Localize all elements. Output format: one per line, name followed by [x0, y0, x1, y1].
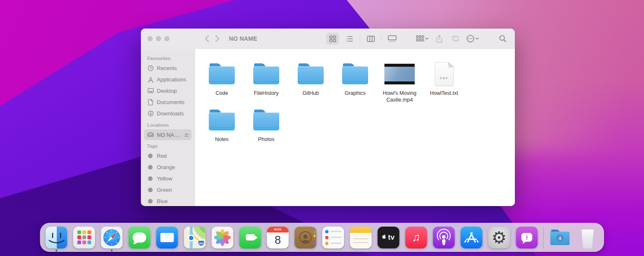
column-view-button[interactable]: [364, 33, 377, 44]
chevron-down-icon: [475, 37, 479, 40]
dock-launchpad[interactable]: [73, 227, 95, 248]
sidebar-tag-orange[interactable]: Orange: [141, 162, 195, 173]
dock-photos[interactable]: [212, 227, 234, 248]
tag-dot-icon: [147, 165, 154, 170]
list-view-button[interactable]: [343, 33, 356, 44]
sidebar-item-downloads[interactable]: Downloads: [141, 108, 195, 119]
file-grid: Code FileHistory GitHub Graphics Howl's …: [195, 49, 472, 143]
calendar-month: AUG: [267, 227, 289, 232]
sidebar-tag-blue[interactable]: Blue: [141, 196, 195, 206]
sidebar-item-no-name-volume[interactable]: NO NA…: [144, 129, 192, 140]
back-button[interactable]: [205, 35, 209, 42]
finder-content[interactable]: Code FileHistory GitHub Graphics Howl's …: [195, 49, 515, 206]
icon-view-button[interactable]: [326, 33, 339, 44]
dock-app-store[interactable]: [461, 227, 483, 248]
dock-maps[interactable]: 280: [184, 227, 206, 248]
folder-photos[interactable]: Photos: [244, 105, 288, 143]
dock-reminders[interactable]: [322, 227, 344, 248]
nav-buttons: [205, 35, 220, 42]
apple-logo-icon: [382, 234, 387, 240]
sidebar-item-applications[interactable]: Applications: [141, 74, 195, 85]
search-button[interactable]: [496, 33, 509, 44]
file-howltest-txt[interactable]: TXT HowlTest.txt: [422, 59, 466, 103]
running-indicator: [56, 250, 57, 251]
dock-finder[interactable]: [46, 227, 68, 248]
dock-tips[interactable]: !: [516, 227, 538, 248]
facetime-icon: [239, 227, 261, 248]
applications-icon: [147, 77, 154, 83]
tags-button[interactable]: [449, 33, 462, 44]
folder-icon: [209, 63, 235, 84]
dock-system-preferences[interactable]: ⚙: [488, 227, 510, 248]
dock-music[interactable]: ♫: [405, 227, 427, 248]
title-bar[interactable]: NO NAME: [141, 29, 515, 49]
dock-messages[interactable]: [129, 227, 151, 248]
dock-calendar[interactable]: AUG 8: [267, 227, 289, 248]
share-button[interactable]: [433, 33, 445, 44]
sidebar-item-desktop[interactable]: Desktop: [141, 85, 195, 97]
sidebar-section-tags: Tags: [141, 140, 195, 150]
video-thumbnail-icon: [384, 64, 415, 84]
folder-github[interactable]: GitHub: [288, 59, 333, 103]
forward-button[interactable]: [215, 35, 220, 42]
sidebar-tag-yellow[interactable]: Yellow: [141, 173, 195, 184]
reminders-icon: [322, 227, 344, 248]
contacts-icon: [295, 227, 317, 248]
finder-sidebar: Favourites Recents Applications Desktop …: [141, 49, 195, 206]
dock: 280: [40, 223, 604, 252]
sidebar-item-recents[interactable]: Recents: [141, 63, 195, 74]
more-button[interactable]: [466, 34, 479, 43]
folder-code[interactable]: Code: [200, 59, 244, 103]
sidebar-item-label: Downloads: [157, 110, 184, 117]
maps-icon: 280: [184, 227, 206, 248]
folder-notes[interactable]: Notes: [200, 105, 244, 143]
app-store-icon: [461, 227, 483, 248]
sidebar-item-label: Green: [157, 187, 172, 193]
sidebar-tag-green[interactable]: Green: [141, 184, 195, 196]
folder-icon: [342, 63, 368, 84]
folder-icon: [209, 110, 235, 131]
finder-icon: [46, 227, 68, 248]
file-howls-moving-castle[interactable]: Howl's Moving Castle.mp4: [377, 59, 422, 103]
file-label: Howl's Moving Castle.mp4: [379, 90, 421, 103]
dock-facetime[interactable]: [239, 227, 261, 248]
close-button[interactable]: [148, 36, 153, 41]
eject-icon[interactable]: [184, 133, 189, 137]
tag-dot-icon: [147, 188, 154, 192]
window-title: NO NAME: [229, 35, 257, 42]
launchpad-icon: [73, 227, 95, 248]
folder-filehistory[interactable]: FileHistory: [244, 59, 288, 103]
toolbar-divider: [381, 35, 382, 42]
gallery-view-button[interactable]: [386, 33, 398, 44]
tips-exclamation: !: [522, 233, 532, 242]
download-circle-icon: [147, 110, 154, 117]
dock-notes[interactable]: [350, 227, 372, 248]
dock-downloads-folder[interactable]: [549, 227, 571, 248]
folder-graphics[interactable]: Graphics: [333, 59, 377, 103]
file-label: Notes: [215, 136, 229, 143]
toolbar: [326, 29, 509, 49]
dock-apple-tv[interactable]: tv: [378, 227, 400, 248]
dock-safari[interactable]: [101, 227, 123, 248]
sidebar-tag-red[interactable]: Red: [141, 150, 195, 162]
sidebar-item-label: Desktop: [157, 88, 177, 94]
group-button[interactable]: [416, 35, 428, 42]
mail-icon: [156, 227, 178, 248]
traffic-lights: [148, 36, 169, 41]
dock-separator: [543, 227, 544, 248]
sidebar-section-locations: Locations: [141, 119, 195, 129]
messages-icon: [129, 227, 151, 248]
svg-text:280: 280: [199, 242, 203, 245]
file-label: Code: [216, 90, 228, 97]
zoom-button[interactable]: [164, 36, 169, 41]
folder-icon: [253, 110, 279, 131]
sidebar-item-documents[interactable]: Documents: [141, 97, 195, 108]
tips-icon: !: [516, 227, 538, 248]
music-note-glyph: ♫: [412, 231, 421, 244]
desktop-icon: [147, 88, 154, 94]
dock-contacts[interactable]: [295, 227, 317, 248]
dock-trash[interactable]: [577, 227, 599, 248]
dock-mail[interactable]: [156, 227, 178, 248]
dock-podcasts[interactable]: [433, 227, 455, 248]
minimize-button[interactable]: [156, 36, 161, 41]
